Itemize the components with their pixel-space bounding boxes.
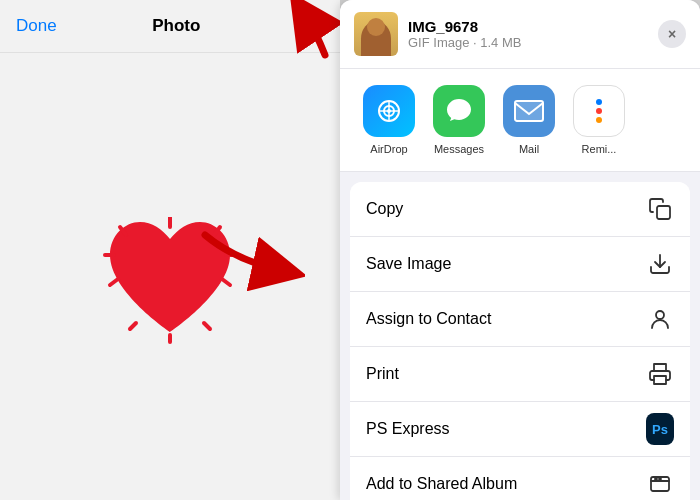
svg-line-12 — [130, 323, 136, 329]
save-image-icon — [646, 250, 674, 278]
shared-album-icon — [646, 470, 674, 498]
airdrop-icon — [363, 85, 415, 137]
assign-contact-action[interactable]: Assign to Contact — [350, 292, 690, 347]
heart-svg — [100, 217, 240, 347]
svg-point-0 — [313, 17, 319, 23]
heart-image — [90, 202, 250, 352]
share-thumbnail — [354, 12, 398, 56]
share-button[interactable] — [296, 12, 324, 40]
airdrop-label: AirDrop — [370, 143, 407, 155]
mail-icon — [503, 85, 555, 137]
ps-express-icon: Ps — [646, 415, 674, 443]
print-icon — [646, 360, 674, 388]
ps-express-label: PS Express — [366, 420, 450, 438]
done-button[interactable]: Done — [16, 16, 57, 36]
svg-point-2 — [313, 30, 319, 35]
photo-nav: Done Photo — [0, 0, 340, 53]
save-image-action[interactable]: Save Image — [350, 237, 690, 292]
mail-label: Mail — [519, 143, 539, 155]
copy-action[interactable]: Copy — [350, 182, 690, 237]
shared-album-label: Add to Shared Album — [366, 475, 517, 493]
save-image-label: Save Image — [366, 255, 451, 273]
share-header: IMG_9678 GIF Image · 1.4 MB × — [340, 0, 700, 69]
reminders-icon — [573, 85, 625, 137]
svg-rect-24 — [654, 376, 666, 384]
print-action[interactable]: Print — [350, 347, 690, 402]
assign-contact-label: Assign to Contact — [366, 310, 491, 328]
svg-rect-20 — [515, 101, 543, 121]
copy-label: Copy — [366, 200, 403, 218]
reminders-label: Remi... — [582, 143, 617, 155]
photo-panel: Done Photo — [0, 0, 340, 500]
print-label: Print — [366, 365, 399, 383]
share-filename: IMG_9678 — [408, 18, 648, 35]
svg-line-10 — [222, 279, 230, 285]
svg-point-27 — [659, 478, 661, 480]
ps-express-action[interactable]: PS Express Ps — [350, 402, 690, 457]
messages-label: Messages — [434, 143, 484, 155]
mail-icon-item[interactable]: Mail — [494, 85, 564, 155]
airdrop-icon-item[interactable]: AirDrop — [354, 85, 424, 155]
messages-icon-item[interactable]: Messages — [424, 85, 494, 155]
assign-contact-icon — [646, 305, 674, 333]
svg-point-1 — [302, 23, 308, 29]
action-list: Copy Save Image Assign to Contact — [350, 182, 690, 500]
reminders-icon-item[interactable]: Remi... — [564, 85, 634, 155]
share-icon — [299, 15, 321, 37]
photo-content — [0, 53, 340, 500]
messages-icon — [433, 85, 485, 137]
copy-icon — [646, 195, 674, 223]
svg-rect-21 — [657, 206, 670, 219]
app-icons-row: AirDrop Messages Mail — [340, 69, 700, 172]
nav-title: Photo — [152, 16, 200, 36]
share-filetype: GIF Image · 1.4 MB — [408, 35, 648, 50]
share-sheet: IMG_9678 GIF Image · 1.4 MB × AirDrop — [340, 0, 700, 500]
share-file-info: IMG_9678 GIF Image · 1.4 MB — [408, 18, 648, 50]
svg-line-9 — [110, 279, 118, 285]
shared-album-action[interactable]: Add to Shared Album — [350, 457, 690, 500]
svg-line-13 — [204, 323, 210, 329]
share-close-button[interactable]: × — [658, 20, 686, 48]
svg-point-23 — [656, 311, 664, 319]
svg-point-26 — [655, 478, 657, 480]
